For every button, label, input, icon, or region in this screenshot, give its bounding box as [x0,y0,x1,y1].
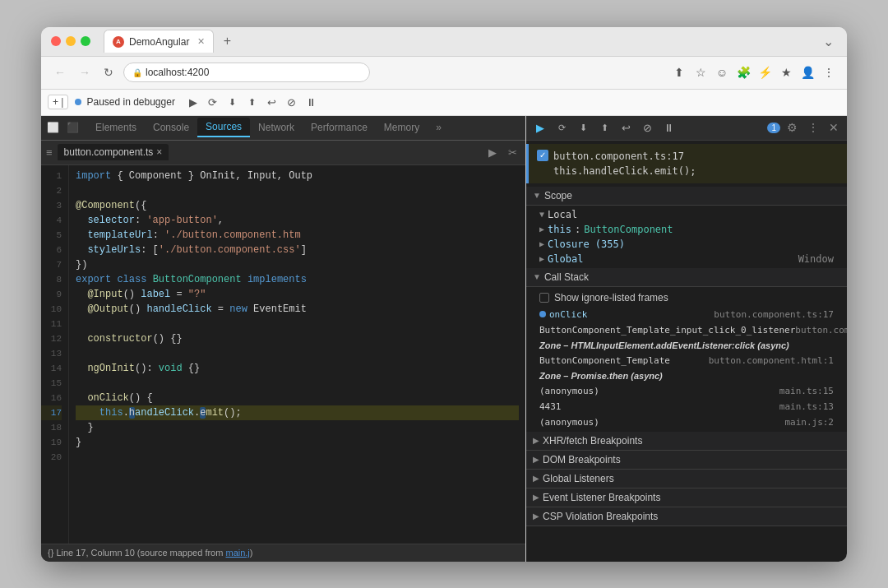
scope-section-header[interactable]: ▼ Scope [526,187,847,206]
tab-chevron[interactable]: ⌄ [820,30,837,53]
source-footer: {} Line 17, Column 10 (source mapped fro… [41,544,525,562]
source-modified-indicator: × [156,146,162,158]
scope-global-key: Global [548,253,583,265]
show-ignore-checkbox[interactable]: Show ignore-listed frames [526,289,847,307]
title-bar: A DemoAngular ✕ + ⌄ [41,27,847,57]
extensions-icon[interactable]: 🧩 [735,64,752,81]
event-listener-breakpoints-header[interactable]: ▶ Event Listener Breakpoints [526,488,847,507]
breakpoint-text: button.component.ts:17 this.handleClick.… [553,149,696,178]
address-input[interactable]: 🔒 localhost:4200 [123,63,370,82]
cast-icon[interactable]: ⬆ [671,64,687,81]
call-stack-template[interactable]: ButtonComponent_Template button.componen… [526,353,847,368]
bookmark-icon[interactable]: ☆ [692,64,709,81]
resume-button[interactable]: ▶ [185,94,201,110]
tab-memory[interactable]: Memory [376,118,428,137]
scope-closure-item[interactable]: ▶ Closure (355) [526,237,847,252]
maximize-window-button[interactable] [81,36,90,46]
tab-console[interactable]: Console [145,118,197,137]
dom-breakpoints-header[interactable]: ▶ DOM Breakpoints [526,451,847,470]
source-run-button[interactable]: ▶ [485,145,500,160]
pause-on-exception-button[interactable]: ⏸ [303,94,320,110]
step-over-debugger-button[interactable]: ⟳ [553,118,571,137]
debugger-close-button[interactable]: ✕ [826,119,842,136]
ignore-checkbox[interactable] [539,293,549,303]
local-label: Local [548,209,577,220]
minimize-window-button[interactable] [66,36,76,46]
closure-arrow: ▶ [539,239,544,248]
scope-this-item[interactable]: ▶ this : ButtonComponent [526,222,847,237]
csp-arrow: ▶ [533,512,539,521]
pin-icon[interactable]: ★ [778,64,794,81]
pause-exceptions-button[interactable]: ⏸ [659,118,678,137]
browser-tab[interactable]: A DemoAngular ✕ [104,30,214,53]
debugger-sections[interactable]: ▼ Scope ▼ Local ▶ this : ButtonComponent [526,187,847,562]
debugger-toolbar: ▶ ⟳ ⬇ ⬆ ↩ ⊘ ⏸ 1 ⚙ ⋮ ✕ [526,116,847,141]
xhr-breakpoints-header[interactable]: ▶ XHR/fetch Breakpoints [526,432,847,451]
tab-elements[interactable]: Elements [87,118,145,137]
debugger-panel: ▶ ⟳ ⬇ ⬆ ↩ ⊘ ⏸ 1 ⚙ ⋮ ✕ ✓ button.component… [526,116,847,562]
breakpoint-checkbox[interactable]: ✓ [537,150,548,161]
tab-close-button[interactable]: ✕ [197,36,205,47]
call-stack-anonymous2[interactable]: (anonymous) main.js:2 [526,414,847,430]
source-sidebar-icon[interactable]: ≡ [46,146,53,159]
resume-debugger-button[interactable]: ▶ [531,118,549,137]
devtools-tabs: ⬜ ⬛ Elements Console Sources Network Per… [41,116,525,141]
source-file-tab[interactable]: button.component.ts × [58,144,169,160]
tab-more[interactable]: » [428,118,450,137]
pause-indicator [75,99,81,105]
forward-button[interactable]: → [76,64,94,81]
profiles-icon[interactable]: 👤 [799,64,816,81]
dom-arrow: ▶ [533,455,539,464]
step-into-button[interactable]: ⬇ [224,94,241,110]
tab-performance[interactable]: Performance [303,118,376,137]
csp-violation-breakpoints-header[interactable]: ▶ CSP Violation Breakpoints [526,507,847,526]
call-stack-anonymous1[interactable]: (anonymous) main.ts:15 [526,383,847,399]
local-section-header[interactable]: ▼ Local [526,207,847,222]
sources-left-icon[interactable]: ⬜ [44,119,61,136]
step-out-button[interactable]: ⬆ [244,94,261,110]
global-listeners-arrow: ▶ [533,474,539,483]
call-stack-4431[interactable]: 4431 main.ts:13 [526,399,847,414]
sources-right-icon[interactable]: ⬛ [64,119,81,136]
more-menu-icon[interactable]: ⋮ [821,64,837,81]
call-stack-header[interactable]: ▼ Call Stack [526,268,847,287]
back-button[interactable]: ← [51,64,69,81]
step-button[interactable]: ↩ [264,94,280,110]
debugger-settings-button[interactable]: ⚙ [784,119,801,136]
call-stack-arrow: ▼ [533,272,541,281]
expand-debugger-button[interactable]: + | [48,95,68,109]
source-snip-button[interactable]: ✂ [505,145,520,160]
tab-network[interactable]: Network [250,118,303,137]
source-map-link[interactable]: main.j [225,548,249,558]
scope-this-key: this [548,224,571,235]
xhr-arrow: ▶ [533,436,539,445]
paused-badge: Paused in debugger [75,96,174,108]
step-out-debugger-button[interactable]: ⬆ [595,118,613,137]
local-section: ▼ Local ▶ this : ButtonComponent ▶ Closu… [526,206,847,268]
global-listeners-header[interactable]: ▶ Global Listeners [526,470,847,488]
global-listeners-title: Global Listeners [543,473,614,484]
code-area[interactable]: 12345 678910 1112131415 1617 181920 impo… [41,165,525,544]
step-debugger-button[interactable]: ↩ [617,118,635,137]
debugger-more-button[interactable]: ⋮ [804,119,822,136]
close-window-button[interactable] [51,36,61,46]
performance-icon[interactable]: ⚡ [756,64,773,81]
call-stack-onclick[interactable]: onClick button.component.ts:17 [526,307,847,322]
source-top-bar: ≡ button.component.ts × ▶ ✂ [41,141,525,165]
step-into-debugger-button[interactable]: ⬇ [574,118,592,137]
new-tab-button[interactable]: + [217,31,237,51]
breakpoint-banner: ✓ button.component.ts:17 this.handleClic… [526,144,847,183]
footer-text: {} Line 17, Column 10 (source mapped fro… [48,548,252,558]
deactivate-breakpoints-button[interactable]: ⊘ [284,94,300,110]
deactivate-debugger-button[interactable]: ⊘ [638,118,656,137]
scope-global-item[interactable]: ▶ Global Window [526,252,847,266]
tab-sources[interactable]: Sources [197,118,250,137]
account-icon[interactable]: ☺ [714,64,730,81]
reload-button[interactable]: ↻ [100,64,117,81]
this-arrow: ▶ [539,225,544,234]
paused-label: Paused in debugger [86,96,174,108]
tab-title: DemoAngular [129,36,189,48]
csp-title: CSP Violation Breakpoints [543,511,658,522]
step-over-button[interactable]: ⟳ [205,94,221,110]
call-stack-template-listener[interactable]: ButtonComponent_Template_input_click_0_l… [526,322,847,338]
